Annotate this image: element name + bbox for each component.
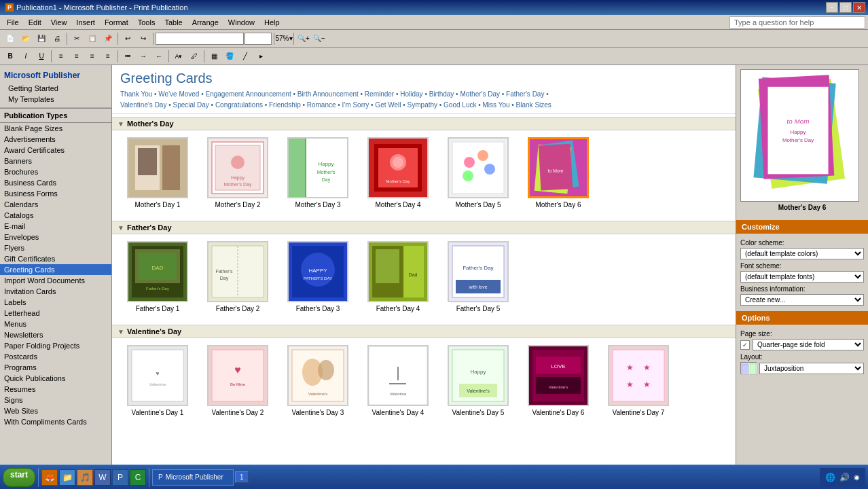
menu-format[interactable]: Format [101, 17, 132, 28]
sidebar-item-programs[interactable]: Programs [0, 362, 111, 373]
thumb-fd4[interactable]: Dad [367, 241, 429, 302]
close-button[interactable]: ✕ [853, 2, 865, 13]
bold-btn[interactable]: B [3, 50, 18, 63]
valentines-day-header[interactable]: ▼ Valentine's Day [112, 325, 736, 338]
thumb-vd5[interactable]: Happy Valentine's [448, 345, 509, 406]
sidebar-item-brochures[interactable]: Brochures [0, 166, 111, 177]
fathers-day-header[interactable]: ▼ Father's Day [112, 221, 736, 234]
sidebar-item-email[interactable]: E-mail [0, 221, 111, 232]
thumb-vd1[interactable]: ♥ Valentine [127, 345, 188, 406]
new-btn[interactable]: 📄 [3, 32, 18, 46]
page-size-checkbox[interactable]: ✓ [740, 340, 750, 350]
print-btn[interactable]: 🖨 [50, 32, 65, 46]
align-center-btn[interactable]: ≡ [69, 50, 84, 63]
align-right-btn[interactable]: ≡ [85, 50, 100, 63]
template-md3[interactable]: Happy Mother's Day Mother's Day 3 [281, 137, 355, 209]
page-size-dropdown[interactable]: Quarter-page side fold [753, 339, 864, 350]
sidebar-item-business-forms[interactable]: Business Forms [0, 188, 111, 199]
sidebar-item-menus[interactable]: Menus [0, 319, 111, 329]
template-vd6[interactable]: LOVE Valentine's Valentine's Day 6 [521, 345, 596, 416]
border-btn[interactable]: ▦ [206, 50, 221, 63]
sidebar-item-newsletters[interactable]: Newsletters [0, 329, 111, 340]
font-scheme-dropdown[interactable]: (default template fonts) [740, 271, 864, 283]
business-info-select[interactable]: Create new... [741, 295, 863, 305]
sidebar-item-envelopes[interactable]: Envelopes [0, 232, 111, 242]
thumb-fd5[interactable]: Father's Day with love [448, 241, 509, 302]
sidebar-item-business-cards[interactable]: Business Cards [0, 177, 111, 188]
mothers-day-header[interactable]: ▼ Mother's Day [112, 117, 736, 130]
layout-dropdown[interactable]: Juxtaposition [759, 363, 864, 374]
menu-arrange[interactable]: Arrange [188, 17, 223, 28]
sidebar-item-labels[interactable]: Labels [0, 297, 111, 308]
template-fd4[interactable]: Dad Father's Day 4 [361, 241, 435, 312]
sidebar-item-postcards[interactable]: Postcards [0, 351, 111, 362]
sidebar-item-invitation-cards[interactable]: Invitation Cards [0, 286, 111, 297]
menu-window[interactable]: Window [224, 17, 259, 28]
thumb-vd3[interactable]: Valentine's [287, 345, 348, 406]
question-box[interactable]: Type a question for help [729, 16, 865, 29]
sidebar-item-resumes[interactable]: Resumes [0, 384, 111, 395]
italic-btn[interactable]: I [18, 50, 33, 63]
underline-btn[interactable]: U [34, 50, 49, 63]
layout-select[interactable]: Juxtaposition [760, 363, 863, 374]
menu-table[interactable]: Table [160, 17, 186, 28]
sidebar-item-blank-page-sizes[interactable]: Blank Page Sizes [0, 123, 111, 134]
thumb-vd4[interactable]: Valentine [367, 345, 429, 406]
fill-btn[interactable]: 🪣 [222, 50, 237, 63]
template-vd2[interactable]: ♥ Be Mine Valentine's Day 2 [200, 345, 275, 416]
template-fd2[interactable]: Father's Day Father's Day 2 [200, 241, 275, 312]
taskbar-icon-explorer[interactable]: 📁 [59, 469, 75, 486]
sidebar-item-import-word[interactable]: Import Word Documents [0, 275, 111, 286]
template-md6[interactable]: to Mom Mother's Day 6 [521, 137, 596, 209]
color-scheme-select[interactable]: (default template colors) [741, 249, 863, 259]
thumb-md2[interactable]: Happy Mother's Day [207, 137, 268, 198]
sidebar-item-paper-folding[interactable]: Paper Folding Projects [0, 340, 111, 351]
sidebar-item-getting-started[interactable]: Getting Started [4, 83, 107, 94]
mothers-day-toggle[interactable]: ▼ [117, 120, 124, 128]
sidebar-item-my-templates[interactable]: My Templates [4, 94, 107, 105]
thumb-vd2[interactable]: ♥ Be Mine [207, 345, 268, 406]
redo-btn[interactable]: ↪ [136, 32, 151, 46]
thumb-md1[interactable] [127, 137, 188, 198]
align-left-btn[interactable]: ≡ [54, 50, 69, 63]
thumb-vd7[interactable]: ★ ★ ★ ★ [608, 345, 669, 406]
business-info-dropdown[interactable]: Create new... [740, 294, 864, 306]
sidebar-item-catalogs[interactable]: Catalogs [0, 210, 111, 221]
sidebar-item-signs[interactable]: Signs [0, 395, 111, 405]
sidebar-item-web-sites[interactable]: Web Sites [0, 405, 111, 416]
open-btn[interactable]: 📂 [18, 32, 33, 46]
line-btn[interactable]: ╱ [238, 50, 253, 63]
font-family-input[interactable] [156, 33, 244, 45]
highlight-btn[interactable]: 🖊 [187, 50, 202, 63]
taskbar-icon-app2[interactable]: P [112, 469, 128, 486]
template-vd7[interactable]: ★ ★ ★ ★ Valentine's Day 7 [601, 345, 676, 416]
maximize-button[interactable]: □ [839, 2, 852, 13]
template-fd5[interactable]: Father's Day with love Father's Day 5 [441, 241, 516, 312]
font-size-input[interactable] [245, 33, 272, 45]
thumb-md6[interactable]: to Mom [528, 137, 589, 198]
sidebar-item-quick-publications[interactable]: Quick Publications [0, 373, 111, 384]
menu-help[interactable]: Help [260, 17, 284, 28]
list-btn[interactable]: ≔ [120, 50, 135, 63]
sidebar-item-gift-certificates[interactable]: Gift Certificates [0, 253, 111, 264]
template-md2[interactable]: Happy Mother's Day Mother's Day 2 [200, 137, 275, 209]
sidebar-item-award-certificates[interactable]: Award Certificates [0, 145, 111, 156]
content-scroll[interactable]: ▼ Mother's Day [112, 114, 736, 482]
menu-insert[interactable]: Insert [72, 17, 99, 28]
thumb-fd3[interactable]: HAPPY FATHER'S DAY [287, 241, 348, 302]
taskbar-icon-firefox[interactable]: 🦊 [41, 469, 58, 486]
template-vd4[interactable]: Valentine Valentine's Day 4 [361, 345, 435, 416]
sidebar-item-banners[interactable]: Banners [0, 156, 111, 166]
fathers-day-toggle[interactable]: ▼ [117, 224, 124, 232]
font-color-btn[interactable]: A▾ [171, 50, 186, 63]
taskbar-icon-app3[interactable]: C [130, 469, 146, 486]
taskbar-icon-word[interactable]: W [94, 469, 111, 486]
template-md4[interactable]: Mother's Day Mother's Day 4 [361, 137, 435, 209]
indent-btn[interactable]: → [136, 50, 151, 63]
page-size-select[interactable]: Quarter-page side fold [753, 340, 863, 350]
cut-btn[interactable]: ✂ [69, 32, 84, 46]
taskbar-publisher-item[interactable]: P Microsoft Publisher [152, 469, 234, 486]
sidebar-item-greeting-cards[interactable]: Greeting Cards [0, 264, 111, 275]
thumb-fd1[interactable]: Father's Day DAD [127, 241, 188, 302]
template-fd1[interactable]: Father's Day DAD Father's Day 1 [120, 241, 195, 312]
